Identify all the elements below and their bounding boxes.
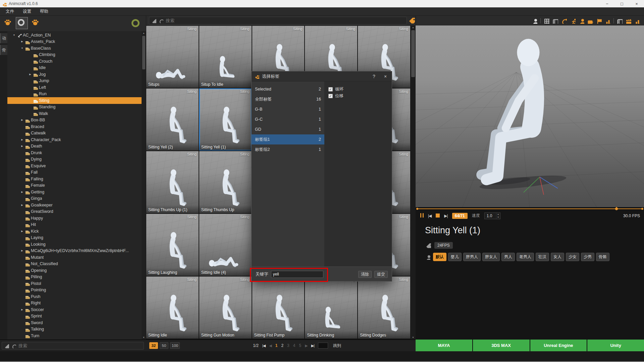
speed-stepper[interactable]: 1.0 ▲▼	[484, 213, 500, 219]
tree-item-Goalkeeper[interactable]: ▶Goalkeeper	[7, 202, 142, 208]
tag-checkbox-item-位移[interactable]: ✓位移	[328, 93, 388, 99]
chevron-right-icon[interactable]: ▶	[20, 191, 24, 193]
clear-button[interactable]: 清除	[358, 271, 372, 278]
flag-icon[interactable]	[596, 17, 602, 23]
tag-group-item-标签组2[interactable]: 标签组21	[252, 144, 324, 155]
export-button-MAYA[interactable]: MAYA	[416, 340, 472, 351]
tree-item-MCaQg6iJH+tyEDVzrbhx7ml6MXmZwwZr8ptnbHF...[interactable]: ▶MCaQg6iJH+tyEDVzrbhx7ml6MXmZwwZr8ptnbHF…	[7, 248, 142, 254]
timeline[interactable]	[416, 207, 644, 210]
tree-item-Getting[interactable]: ▶Getting	[7, 189, 142, 195]
close-button[interactable]: ×	[629, 0, 644, 7]
speed-spin-arrows[interactable]: ▲▼	[496, 213, 500, 219]
tree-item-Fall[interactable]: Fall	[7, 169, 142, 176]
tag-group-item-G-B[interactable]: G-B1	[252, 104, 324, 114]
thumbnail-Sitting Fist Pump[interactable]: SitingSitting Fist Pump	[252, 277, 305, 339]
stats-icon[interactable]	[634, 17, 640, 23]
thumbnail-Sitting Yell (1)[interactable]: SitingSitting Yell (1)	[199, 88, 252, 150]
library-search[interactable]	[149, 17, 407, 24]
tree-item-Character_Pack[interactable]: ▶Character_Pack	[7, 136, 142, 143]
chevron-right-icon[interactable]: ▶	[20, 40, 24, 43]
tree-item-Run[interactable]: Run	[7, 91, 142, 98]
first-page-icon[interactable]: |◀	[262, 344, 265, 348]
tree-item-Female[interactable]: Female	[7, 182, 142, 189]
thumbnail-Sitting Laughing[interactable]: SitingSitting Laughing	[146, 214, 199, 276]
tree-search-box[interactable]	[2, 342, 144, 350]
tree-item-Sprint[interactable]: Sprint	[7, 313, 142, 320]
tree-item-Assets_Pack[interactable]: ▶Assets_Pack	[7, 39, 142, 45]
scroll-thumb[interactable]	[411, 30, 415, 77]
tree-search-input[interactable]	[18, 343, 141, 348]
export-button-Unity[interactable]: Unity	[587, 340, 644, 351]
tag-group-item-标签组1[interactable]: 标签组12	[252, 134, 324, 144]
run-icon[interactable]	[570, 17, 576, 23]
export-button-3DS MAX[interactable]: 3DS MAX	[473, 340, 530, 351]
page-1[interactable]: 1	[275, 343, 278, 348]
minimize-button[interactable]: −	[600, 0, 614, 7]
side-tab-骨[interactable]: 骨	[0, 45, 7, 55]
tree-item-Crouch[interactable]: Crouch	[7, 58, 142, 65]
tree-item-Falling[interactable]: Falling	[7, 176, 142, 182]
tree-item-Climbing[interactable]: Climbing	[7, 52, 142, 58]
prev-page-icon[interactable]: ◀	[269, 344, 271, 348]
dialog-close-button[interactable]: ×	[381, 72, 390, 81]
tree-item-Braced[interactable]: Braced	[7, 123, 142, 130]
character-button-默认[interactable]: 默认	[433, 253, 446, 261]
character-button-壮汉[interactable]: 壮汉	[536, 253, 549, 261]
character-button-女人[interactable]: 女人	[551, 253, 564, 261]
tree-item-Death[interactable]: ▶Death	[7, 143, 142, 150]
tree-item-Standing[interactable]: Standing	[7, 104, 142, 111]
viewport-3d[interactable]	[416, 25, 644, 207]
loop-icon[interactable]	[561, 17, 567, 23]
scroll-down-icon[interactable]: ▼	[142, 336, 146, 340]
keyword-input[interactable]	[271, 271, 323, 278]
thumbnail-Sitting Thumbs Up (1)[interactable]: SitingSitting Thumbs Up (1)	[146, 151, 199, 213]
tree-item-Happy[interactable]: Happy	[7, 215, 142, 222]
tree-item-Hit[interactable]: Hit	[7, 222, 142, 228]
character-button-男人[interactable]: 男人	[501, 253, 515, 261]
tree-item-Kick[interactable]: ▶Kick	[7, 228, 142, 235]
tree-item-Looking[interactable]: Looking	[7, 241, 142, 248]
pause-button[interactable]	[420, 213, 424, 219]
chevron-right-icon[interactable]: ▶	[20, 230, 24, 233]
page-2[interactable]: 2	[281, 343, 283, 348]
character-export-icon[interactable]	[532, 17, 537, 23]
tag-group-item-Selected[interactable]: Selected2	[252, 84, 324, 94]
jump-button[interactable]: 跳到	[333, 343, 341, 349]
tree-item-Pointing[interactable]: Pointing	[7, 287, 142, 294]
video-add-icon[interactable]	[617, 17, 623, 23]
camera-icon[interactable]	[587, 17, 593, 23]
tree-item-BaseClass[interactable]: ▼BaseClass	[7, 45, 142, 52]
tree-item-Opening[interactable]: Opening	[7, 267, 142, 274]
page-size-32[interactable]: 32	[149, 342, 158, 349]
character-button-胖男人[interactable]: 胖男人	[463, 253, 481, 261]
tree-item-Drunk[interactable]: Drunk	[7, 149, 142, 156]
tree-item-Push[interactable]: Push	[7, 293, 142, 300]
character-button-少男[interactable]: 少男	[581, 253, 594, 261]
chevron-right-icon[interactable]: ▶	[20, 204, 24, 206]
thumbnail-Sitting Dodges[interactable]: SitingSitting Dodges	[358, 277, 410, 339]
tree-item-Mutant[interactable]: Mutant	[7, 254, 142, 261]
thumbnail-Sitting Idle (4)[interactable]: SitingSitting Idle (4)	[199, 214, 252, 276]
pose-grid-icon[interactable]	[544, 17, 549, 23]
last-page-icon[interactable]: ▶|	[311, 344, 314, 348]
thumbnail-Situp To Idle[interactable]: SitingSitup To Idle	[199, 26, 252, 88]
thumbnail-Sitting Idle[interactable]: SitingSitting Idle	[146, 277, 199, 339]
dialog-title-bar[interactable]: 选择标签 ? ×	[252, 71, 392, 81]
chevron-right-icon[interactable]: ▶	[28, 73, 32, 76]
thumbnail-Sitting Gun Motion[interactable]: SitingSitting Gun Motion	[199, 277, 252, 339]
sync-ring-icon[interactable]	[131, 19, 140, 27]
character-icon[interactable]	[579, 17, 584, 23]
tag-checkbox-item-循环[interactable]: ✓循环	[328, 86, 388, 93]
chevron-right-icon[interactable]: ▶	[20, 138, 24, 141]
tree-item-Left[interactable]: Left	[7, 84, 142, 91]
tree-item-Soccer[interactable]: ▶Soccer	[7, 306, 142, 313]
chevron-down-icon[interactable]: ▼	[20, 47, 24, 49]
thumbnail-Sitting Yell (2)[interactable]: SitingSitting Yell (2)	[146, 88, 199, 150]
hand-tool-icon[interactable]	[2, 17, 15, 29]
tree-item-Talking[interactable]: Talking	[7, 326, 142, 333]
tree-item-Catwalk[interactable]: Catwalk	[7, 130, 142, 137]
menu-item-帮助[interactable]: 帮助	[36, 8, 53, 15]
thumbnail-Sitting Drinking[interactable]: SitingSitting Drinking	[305, 277, 357, 339]
character-button-婴儿[interactable]: 婴儿	[448, 253, 462, 261]
scroll-down-icon[interactable]: ▼	[411, 336, 416, 340]
